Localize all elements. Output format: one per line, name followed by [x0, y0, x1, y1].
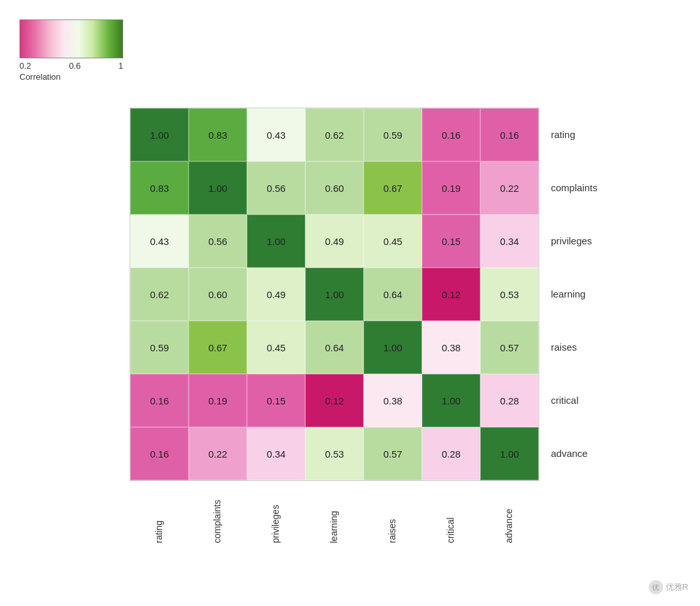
- cell: 0.56: [189, 215, 247, 268]
- col-label: advance: [504, 485, 514, 543]
- cell: 0.22: [480, 161, 539, 215]
- watermark-icon: 优: [649, 580, 663, 594]
- col-label: raises: [387, 485, 397, 543]
- matrix-grid: 1.000.830.430.620.590.160.160.831.000.56…: [130, 108, 539, 481]
- row-label: privileges: [546, 214, 598, 267]
- row-labels: ratingcomplaintsprivilegeslearningraises…: [546, 108, 598, 543]
- cell: 0.12: [422, 268, 480, 321]
- chart-area: 1.000.830.430.620.590.160.160.831.000.56…: [130, 108, 598, 543]
- cell: 1.00: [130, 108, 189, 161]
- col-label: rating: [154, 485, 164, 543]
- col-label-wrapper: learning: [305, 485, 363, 543]
- cell: 0.34: [480, 215, 539, 268]
- legend-label: Correlation: [19, 72, 123, 82]
- col-labels: ratingcomplaintsprivilegeslearningraises…: [130, 485, 539, 543]
- col-label-wrapper: rating: [130, 485, 188, 543]
- col-label-wrapper: advance: [480, 485, 538, 543]
- col-label: critical: [445, 485, 456, 543]
- watermark: 优 优雅R: [649, 580, 688, 594]
- cell: 0.49: [305, 215, 364, 268]
- row-label: raises: [546, 320, 598, 373]
- cell: 0.56: [247, 161, 305, 215]
- cell: 0.67: [189, 321, 247, 374]
- legend-ticks: 0.2 0.6 1: [19, 61, 123, 71]
- cell: 0.57: [480, 321, 539, 374]
- cell: 0.45: [364, 215, 422, 268]
- cell: 0.19: [422, 161, 480, 215]
- row-label: complaints: [546, 161, 598, 214]
- cell: 1.00: [305, 268, 364, 321]
- col-label-wrapper: complaints: [188, 485, 246, 543]
- cell: 0.83: [130, 161, 189, 215]
- cell: 0.64: [364, 268, 422, 321]
- cell: 0.53: [305, 427, 364, 480]
- cell: 0.15: [422, 215, 480, 268]
- cell: 0.59: [364, 108, 422, 161]
- row-label: advance: [546, 426, 598, 480]
- cell: 1.00: [480, 427, 539, 480]
- cell: 0.59: [130, 321, 189, 374]
- cell: 0.43: [247, 108, 305, 161]
- cell: 0.64: [305, 321, 364, 374]
- watermark-text: 优雅R: [666, 581, 688, 593]
- cell: 0.57: [364, 427, 422, 480]
- row-label: rating: [546, 108, 598, 161]
- cell: 1.00: [364, 321, 422, 374]
- cell: 0.53: [480, 268, 539, 321]
- cell: 1.00: [422, 374, 480, 427]
- col-label: complaints: [212, 485, 222, 543]
- cell: 0.16: [130, 427, 189, 480]
- cell: 0.28: [480, 374, 539, 427]
- col-label: learning: [329, 485, 339, 543]
- row-label: critical: [546, 373, 598, 426]
- cell: 0.16: [480, 108, 539, 161]
- cell: 0.16: [130, 374, 189, 427]
- cell: 0.43: [130, 215, 189, 268]
- legend: 0.2 0.6 1 Correlation: [19, 19, 123, 82]
- cell: 0.62: [305, 108, 364, 161]
- cell: 0.16: [422, 108, 480, 161]
- cell: 0.45: [247, 321, 305, 374]
- matrix-container: 1.000.830.430.620.590.160.160.831.000.56…: [130, 108, 539, 543]
- cell: 0.60: [189, 268, 247, 321]
- legend-tick-0: 0.2: [19, 61, 31, 71]
- cell: 0.12: [305, 374, 364, 427]
- cell: 0.15: [247, 374, 305, 427]
- col-label-wrapper: critical: [421, 485, 480, 543]
- cell: 0.19: [189, 374, 247, 427]
- cell: 0.67: [364, 161, 422, 215]
- cell: 0.49: [247, 268, 305, 321]
- main-container: 0.2 0.6 1 Correlation 1.000.830.430.620.…: [0, 0, 700, 606]
- cell: 1.00: [247, 215, 305, 268]
- cell: 0.62: [130, 268, 189, 321]
- cell: 0.60: [305, 161, 364, 215]
- col-label-wrapper: raises: [363, 485, 421, 543]
- cell: 0.83: [189, 108, 247, 161]
- legend-tick-2: 1: [119, 61, 123, 71]
- cell: 0.22: [189, 427, 247, 480]
- col-label-wrapper: privileges: [246, 485, 305, 543]
- cell: 0.38: [422, 321, 480, 374]
- cell: 0.34: [247, 427, 305, 480]
- col-label: privileges: [270, 485, 281, 543]
- matrix-with-labels: 1.000.830.430.620.590.160.160.831.000.56…: [130, 108, 598, 543]
- cell: 0.28: [422, 427, 480, 480]
- cell: 1.00: [189, 161, 247, 215]
- legend-tick-1: 0.6: [69, 61, 80, 71]
- cell: 0.38: [364, 374, 422, 427]
- row-label: learning: [546, 267, 598, 320]
- legend-gradient: [19, 19, 123, 58]
